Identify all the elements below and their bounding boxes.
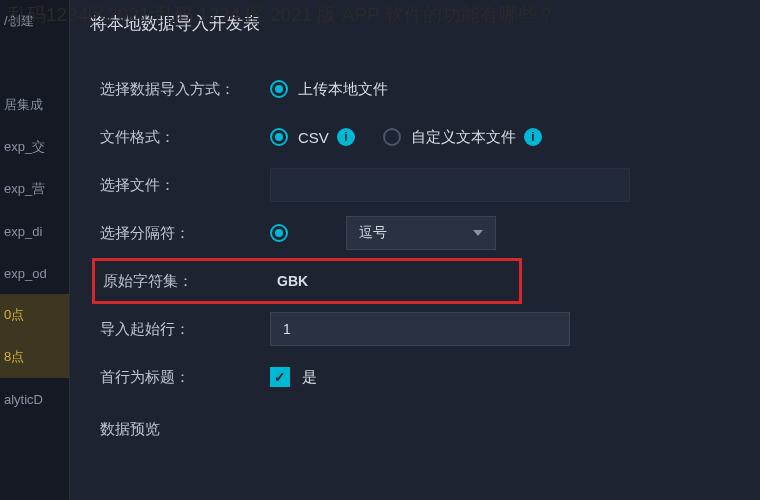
- sidebar-item-alyticd[interactable]: alyticD: [0, 378, 69, 420]
- row-start-row: 导入起始行：: [100, 306, 760, 352]
- row-first-row-header: 首行为标题： ✓ 是: [100, 354, 760, 400]
- row-select-file: 选择文件：: [100, 162, 760, 208]
- charset-input[interactable]: [265, 264, 465, 298]
- checkbox-first-row[interactable]: ✓: [270, 367, 290, 387]
- radio-label-upload: 上传本地文件: [298, 80, 388, 99]
- radio-circle-icon: [270, 224, 288, 242]
- sidebar: /创建 居集成 exp_交 exp_营 exp_di exp_od 0点 8点 …: [0, 0, 70, 500]
- sidebar-item-0dian[interactable]: 0点: [0, 294, 69, 336]
- sidebar-item-exp-ying[interactable]: exp_营: [0, 168, 69, 210]
- sidebar-item-1[interactable]: [0, 42, 69, 84]
- radio-custom-text[interactable]: 自定义文本文件 i: [383, 128, 542, 147]
- checkbox-label-yes: 是: [302, 368, 317, 387]
- radio-upload-local[interactable]: 上传本地文件: [270, 80, 388, 99]
- sidebar-item-integration[interactable]: 居集成: [0, 84, 69, 126]
- radio-circle-icon: [383, 128, 401, 146]
- label-import-method: 选择数据导入方式：: [100, 80, 270, 99]
- radio-label-csv: CSV: [298, 129, 329, 146]
- row-file-format: 文件格式： CSV i 自定义文本文件 i: [100, 114, 760, 160]
- dialog-title: 将本地数据导入开发表: [70, 0, 760, 46]
- chevron-down-icon: [473, 230, 483, 236]
- file-path-input[interactable]: [270, 168, 630, 202]
- radio-csv[interactable]: CSV i: [270, 128, 355, 146]
- label-select-file: 选择文件：: [100, 176, 270, 195]
- radio-label-custom: 自定义文本文件: [411, 128, 516, 147]
- label-delimiter: 选择分隔符：: [100, 224, 270, 243]
- sidebar-item-exp-di[interactable]: exp_di: [0, 210, 69, 252]
- form-area: 选择数据导入方式： 上传本地文件 文件格式： CSV i 自定义文本文件: [70, 46, 760, 400]
- label-file-format: 文件格式：: [100, 128, 270, 147]
- label-charset: 原始字符集：: [103, 272, 265, 291]
- sidebar-item-8dian[interactable]: 8点: [0, 336, 69, 378]
- row-import-method: 选择数据导入方式： 上传本地文件: [100, 66, 760, 112]
- row-delimiter: 选择分隔符： 逗号: [100, 210, 760, 256]
- label-first-row-header: 首行为标题：: [100, 368, 270, 387]
- radio-circle-icon: [270, 128, 288, 146]
- radio-circle-icon: [270, 80, 288, 98]
- info-icon[interactable]: i: [337, 128, 355, 146]
- main-panel: 将本地数据导入开发表 选择数据导入方式： 上传本地文件 文件格式： CSV i: [70, 0, 760, 500]
- row-charset-highlighted: 原始字符集：: [92, 258, 522, 304]
- radio-delimiter[interactable]: [270, 224, 298, 242]
- delimiter-select[interactable]: 逗号: [346, 216, 496, 250]
- checkmark-icon: ✓: [274, 369, 286, 385]
- sidebar-item-exp-od[interactable]: exp_od: [0, 252, 69, 294]
- delimiter-value: 逗号: [359, 224, 387, 242]
- label-start-row: 导入起始行：: [100, 320, 270, 339]
- start-row-input[interactable]: [270, 312, 570, 346]
- sidebar-item-create[interactable]: /创建: [0, 0, 69, 42]
- data-preview-header: 数据预览: [70, 402, 760, 439]
- info-icon[interactable]: i: [524, 128, 542, 146]
- sidebar-item-exp-jiao[interactable]: exp_交: [0, 126, 69, 168]
